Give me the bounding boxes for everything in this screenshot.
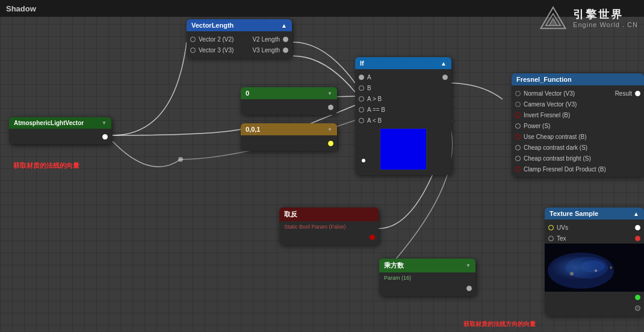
node-pow-header: 乘方数 ▼ [379,259,475,272]
node-if[interactable]: If ▲ A B A > B A == B A < B [355,57,451,175]
node-pow[interactable]: 乘方数 ▼ Param (16) [379,259,475,296]
node-negate-header: 取反 [279,208,379,221]
if-pin-altb: A < B [355,115,451,126]
vectorlength-row-v3: Vector 3 (V3) V3 Length [187,45,292,55]
pin-texture-g-out[interactable] [635,295,640,300]
pin-negate-output[interactable] [370,235,375,240]
fresnel-row-cheapdark: Cheap contrast dark (S) [512,142,644,153]
node-001-body [241,135,337,151]
pin-fresnel-normal[interactable] [515,91,521,96]
node-vectorlength-body: Vector 2 (V2) V2 Length Vector 3 (V3) V3… [187,31,292,58]
zero-dropdown[interactable]: ▼ [327,91,332,96]
if-pin-agtb: A > B [355,93,451,104]
pin-fresnel-cheapdark[interactable] [515,145,521,150]
pin-zero-output[interactable] [328,105,333,110]
node-vectorlength-header: VectorLength ▲ [187,19,292,31]
pin-texture-r-out[interactable] [635,236,640,241]
pin-v2-input[interactable] [190,37,196,42]
if-pin-b: B [355,82,451,93]
expand-icon[interactable]: ▲ [281,22,287,29]
node-negate-body: Static Bool Param (False) [279,221,379,245]
pin-if-altb[interactable] [359,118,364,123]
fresnel-row-usecheap: Use Cheap contrast (B) [512,131,644,142]
pin-if-agtb[interactable] [359,96,364,102]
svg-point-8 [570,272,574,275]
texture-expand-icon[interactable]: ▲ [633,211,639,217]
pin-fresnel-cheapbright[interactable] [515,156,521,161]
pin-texture-tex[interactable] [548,236,554,241]
node-if-header: If ▲ [355,57,451,69]
pin-if-b[interactable] [359,85,364,91]
pin-if-aeqb[interactable] [359,107,364,112]
logo-subtext: Engine World . CN [573,21,638,28]
texture-a-out-row [545,303,644,313]
if-preview [380,128,427,170]
svg-point-10 [610,266,612,269]
pin-texture-uvs[interactable] [548,225,554,230]
pin-fresnel-camera[interactable] [515,102,521,107]
node-if-body: A B A > B A == B A < B [355,69,451,175]
node-atmospheric[interactable]: AtmosphericLightVector ▼ [9,117,111,144]
node-pow-body: Param (16) [379,272,475,296]
atmospheric-output [9,131,111,142]
001-output [241,138,337,149]
warning-right: 获取材质的法线方向的向量 [463,320,536,328]
pin-fresnel-invert[interactable] [515,112,521,118]
fresnel-row-normalvec: Normal Vector (V3) Result [512,88,644,99]
pin-fresnel-clamp[interactable] [515,167,521,172]
node-zero[interactable]: 0 ▼ [241,87,337,115]
node-negate[interactable]: 取反 Static Bool Param (False) [279,208,379,245]
negate-output [279,232,379,242]
pow-subtitle: Param (16) [379,275,475,283]
node-atmospheric-header: AtmosphericLightVector ▼ [9,117,111,129]
logo-icon [538,5,568,32]
svg-point-7 [581,260,605,272]
pow-output [379,283,475,294]
node-zero-body [241,99,337,115]
svg-point-9 [595,269,597,272]
pin-fresnel-power[interactable] [515,123,521,129]
texture-row-tex: Tex [545,233,644,244]
pin-if-a[interactable] [359,75,364,80]
negate-subtitle: Static Bool Param (False) [279,224,379,232]
zero-one-dropdown[interactable]: ▼ [327,127,332,132]
node-001[interactable]: 0,0,1 ▼ [241,123,337,151]
node-texture-body: UVs Tex [545,220,644,316]
pin-001-output[interactable] [328,141,333,146]
node-fresnel-body: Normal Vector (V3) Result Camera Vector … [512,85,644,177]
if-pin-aeqb: A == B [355,104,451,115]
pin-atmospheric-output[interactable] [102,134,108,140]
node-texture[interactable]: Texture Sample ▲ UVs Tex [545,208,644,316]
pin-v3-output[interactable] [283,48,288,53]
vectorlength-row-v2: Vector 2 (V2) V2 Length [187,34,292,45]
node-fresnel[interactable]: Fresnel_Function Normal Vector (V3) Resu… [512,73,644,177]
pin-texture-rgb-out[interactable] [635,225,640,230]
warning-left: 获取材质的法线的向量 [13,161,79,170]
node-vectorlength[interactable]: VectorLength ▲ Vector 2 (V2) V2 Length V… [187,19,292,58]
logo-area: 引擎世界 Engine World . CN [538,5,638,32]
texture-g-out-row [545,292,644,303]
title-text: Shadow [6,4,36,13]
zero-output [241,102,337,112]
node-001-header: 0,0,1 ▼ [241,123,337,135]
pow-dropdown[interactable]: ▼ [466,263,471,268]
if-expand-icon[interactable]: ▲ [441,60,447,67]
pin-fresnel-usecheap[interactable] [515,134,521,140]
pin-fresnel-result[interactable] [635,91,640,96]
pin-v3-input[interactable] [190,48,196,53]
pin-pow-output[interactable] [466,286,472,291]
pin-v2-output[interactable] [283,37,288,42]
texture-preview [545,244,644,292]
node-texture-header: Texture Sample ▲ [545,208,644,220]
svg-marker-3 [550,19,557,25]
atmospheric-dropdown[interactable]: ▼ [102,120,107,126]
fresnel-row-cheapbright: Cheap contrast bright (S) [512,153,644,164]
pin-if-output[interactable] [442,75,448,80]
logo-text: 引擎世界 [573,8,638,22]
node-fresnel-header: Fresnel_Function [512,73,644,85]
pin-texture-a-out[interactable] [635,306,640,311]
node-zero-header: 0 ▼ [241,87,337,99]
fresnel-row-clamp: Clamp Fresnel Dot Product (B) [512,164,644,174]
texture-row-uvs: UVs [545,222,644,233]
node-atmospheric-body [9,129,111,144]
